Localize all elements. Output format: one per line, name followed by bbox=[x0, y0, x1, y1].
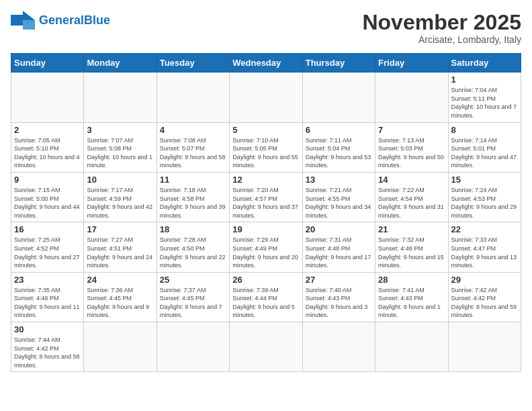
calendar-day-cell: 2Sunrise: 7:05 AM Sunset: 5:10 PM Daylig… bbox=[11, 122, 84, 172]
day-number: 20 bbox=[306, 224, 372, 234]
calendar-day-cell: 5Sunrise: 7:10 AM Sunset: 5:05 PM Daylig… bbox=[230, 122, 302, 172]
calendar-day-cell: 26Sunrise: 7:39 AM Sunset: 4:44 PM Dayli… bbox=[230, 272, 302, 322]
day-of-week-header: Monday bbox=[84, 54, 157, 73]
day-number: 1 bbox=[451, 75, 518, 85]
day-of-week-header: Thursday bbox=[302, 54, 375, 73]
day-info: Sunrise: 7:24 AM Sunset: 4:53 PM Dayligh… bbox=[451, 186, 518, 220]
day-of-week-header: Saturday bbox=[448, 54, 521, 73]
day-number: 17 bbox=[87, 224, 153, 234]
calendar-day-cell bbox=[302, 322, 375, 372]
day-info: Sunrise: 7:15 AM Sunset: 5:00 PM Dayligh… bbox=[14, 186, 81, 220]
title-block: November 2025 Arcisate, Lombardy, Italy bbox=[362, 11, 521, 45]
day-info: Sunrise: 7:28 AM Sunset: 4:50 PM Dayligh… bbox=[160, 236, 226, 269]
day-number: 25 bbox=[160, 275, 226, 285]
day-info: Sunrise: 7:41 AM Sunset: 4:43 PM Dayligh… bbox=[378, 286, 445, 320]
calendar-day-cell: 11Sunrise: 7:18 AM Sunset: 4:58 PM Dayli… bbox=[157, 172, 229, 222]
day-info: Sunrise: 7:20 AM Sunset: 4:57 PM Dayligh… bbox=[232, 186, 299, 220]
day-info: Sunrise: 7:17 AM Sunset: 4:59 PM Dayligh… bbox=[87, 186, 153, 220]
day-number: 15 bbox=[451, 175, 518, 185]
day-number: 3 bbox=[87, 125, 153, 135]
day-info: Sunrise: 7:08 AM Sunset: 5:07 PM Dayligh… bbox=[160, 136, 226, 170]
day-of-week-header: Wednesday bbox=[230, 54, 302, 73]
calendar-week-row: 30Sunrise: 7:44 AM Sunset: 4:42 PM Dayli… bbox=[11, 322, 521, 372]
calendar-day-cell: 18Sunrise: 7:28 AM Sunset: 4:50 PM Dayli… bbox=[157, 222, 229, 272]
calendar-day-cell bbox=[230, 322, 302, 372]
calendar-week-row: 23Sunrise: 7:35 AM Sunset: 4:46 PM Dayli… bbox=[11, 272, 521, 322]
calendar-day-cell: 7Sunrise: 7:13 AM Sunset: 5:03 PM Daylig… bbox=[375, 122, 448, 172]
day-info: Sunrise: 7:10 AM Sunset: 5:05 PM Dayligh… bbox=[232, 136, 299, 170]
calendar-day-cell: 16Sunrise: 7:25 AM Sunset: 4:52 PM Dayli… bbox=[11, 222, 84, 272]
calendar-day-cell: 27Sunrise: 7:40 AM Sunset: 4:43 PM Dayli… bbox=[302, 272, 375, 322]
day-info: Sunrise: 7:18 AM Sunset: 4:58 PM Dayligh… bbox=[160, 186, 226, 220]
calendar-day-cell bbox=[375, 73, 448, 122]
day-number: 14 bbox=[378, 175, 445, 185]
svg-marker-2 bbox=[23, 20, 35, 30]
day-number: 10 bbox=[87, 175, 153, 185]
logo-icon bbox=[11, 11, 35, 30]
page-header: GeneralBlue November 2025 Arcisate, Lomb… bbox=[11, 11, 521, 45]
calendar-day-cell bbox=[11, 73, 84, 122]
day-info: Sunrise: 7:33 AM Sunset: 4:47 PM Dayligh… bbox=[451, 236, 518, 269]
day-number: 16 bbox=[14, 224, 81, 234]
day-number: 7 bbox=[378, 125, 445, 135]
calendar-week-row: 1Sunrise: 7:04 AM Sunset: 5:11 PM Daylig… bbox=[11, 73, 521, 122]
day-number: 26 bbox=[232, 275, 299, 285]
day-info: Sunrise: 7:32 AM Sunset: 4:48 PM Dayligh… bbox=[378, 236, 445, 269]
day-info: Sunrise: 7:31 AM Sunset: 4:48 PM Dayligh… bbox=[306, 236, 372, 269]
calendar-day-cell: 4Sunrise: 7:08 AM Sunset: 5:07 PM Daylig… bbox=[157, 122, 229, 172]
day-info: Sunrise: 7:14 AM Sunset: 5:01 PM Dayligh… bbox=[451, 136, 518, 170]
calendar-day-cell: 24Sunrise: 7:36 AM Sunset: 4:45 PM Dayli… bbox=[84, 272, 157, 322]
day-of-week-header: Tuesday bbox=[157, 54, 229, 73]
logo-text: GeneralBlue bbox=[39, 13, 110, 28]
calendar-day-cell bbox=[84, 73, 157, 122]
calendar-day-cell bbox=[448, 322, 521, 372]
day-number: 28 bbox=[378, 275, 445, 285]
day-info: Sunrise: 7:42 AM Sunset: 4:42 PM Dayligh… bbox=[451, 286, 518, 320]
day-number: 19 bbox=[232, 224, 299, 234]
day-number: 12 bbox=[232, 175, 299, 185]
day-info: Sunrise: 7:11 AM Sunset: 5:04 PM Dayligh… bbox=[306, 136, 372, 170]
day-number: 24 bbox=[87, 275, 153, 285]
calendar-week-row: 9Sunrise: 7:15 AM Sunset: 5:00 PM Daylig… bbox=[11, 172, 521, 222]
day-of-week-header: Sunday bbox=[11, 54, 84, 73]
day-number: 8 bbox=[451, 125, 518, 135]
calendar-day-cell bbox=[157, 322, 229, 372]
day-info: Sunrise: 7:35 AM Sunset: 4:46 PM Dayligh… bbox=[14, 286, 81, 320]
calendar-day-cell: 25Sunrise: 7:37 AM Sunset: 4:45 PM Dayli… bbox=[157, 272, 229, 322]
calendar-day-cell: 15Sunrise: 7:24 AM Sunset: 4:53 PM Dayli… bbox=[448, 172, 521, 222]
day-info: Sunrise: 7:37 AM Sunset: 4:45 PM Dayligh… bbox=[160, 286, 226, 320]
day-info: Sunrise: 7:04 AM Sunset: 5:11 PM Dayligh… bbox=[451, 86, 518, 120]
day-info: Sunrise: 7:29 AM Sunset: 4:49 PM Dayligh… bbox=[232, 236, 299, 269]
day-info: Sunrise: 7:36 AM Sunset: 4:45 PM Dayligh… bbox=[87, 286, 153, 320]
day-number: 4 bbox=[160, 125, 226, 135]
day-number: 13 bbox=[306, 175, 372, 185]
calendar-day-cell bbox=[157, 73, 229, 122]
calendar-day-cell: 30Sunrise: 7:44 AM Sunset: 4:42 PM Dayli… bbox=[11, 322, 84, 372]
day-number: 22 bbox=[451, 224, 518, 234]
calendar-day-cell: 21Sunrise: 7:32 AM Sunset: 4:48 PM Dayli… bbox=[375, 222, 448, 272]
day-number: 9 bbox=[14, 175, 81, 185]
day-info: Sunrise: 7:13 AM Sunset: 5:03 PM Dayligh… bbox=[378, 136, 445, 170]
calendar-week-row: 2Sunrise: 7:05 AM Sunset: 5:10 PM Daylig… bbox=[11, 122, 521, 172]
svg-marker-1 bbox=[23, 11, 35, 20]
calendar-day-cell: 19Sunrise: 7:29 AM Sunset: 4:49 PM Dayli… bbox=[230, 222, 302, 272]
day-number: 6 bbox=[306, 125, 372, 135]
calendar-day-cell: 6Sunrise: 7:11 AM Sunset: 5:04 PM Daylig… bbox=[302, 122, 375, 172]
calendar-week-row: 16Sunrise: 7:25 AM Sunset: 4:52 PM Dayli… bbox=[11, 222, 521, 272]
day-number: 11 bbox=[160, 175, 226, 185]
day-info: Sunrise: 7:40 AM Sunset: 4:43 PM Dayligh… bbox=[306, 286, 372, 320]
calendar-day-cell: 14Sunrise: 7:22 AM Sunset: 4:54 PM Dayli… bbox=[375, 172, 448, 222]
calendar-day-cell bbox=[84, 322, 157, 372]
day-number: 2 bbox=[14, 125, 81, 135]
svg-rect-0 bbox=[11, 15, 23, 26]
day-info: Sunrise: 7:05 AM Sunset: 5:10 PM Dayligh… bbox=[14, 136, 81, 170]
calendar-day-cell bbox=[302, 73, 375, 122]
month-title: November 2025 bbox=[362, 11, 521, 34]
logo: GeneralBlue bbox=[11, 11, 110, 30]
calendar-day-cell: 10Sunrise: 7:17 AM Sunset: 4:59 PM Dayli… bbox=[84, 172, 157, 222]
calendar-day-cell: 3Sunrise: 7:07 AM Sunset: 5:08 PM Daylig… bbox=[84, 122, 157, 172]
calendar-day-cell bbox=[230, 73, 302, 122]
day-info: Sunrise: 7:39 AM Sunset: 4:44 PM Dayligh… bbox=[232, 286, 299, 320]
day-of-week-header: Friday bbox=[375, 54, 448, 73]
calendar-day-cell: 17Sunrise: 7:27 AM Sunset: 4:51 PM Dayli… bbox=[84, 222, 157, 272]
